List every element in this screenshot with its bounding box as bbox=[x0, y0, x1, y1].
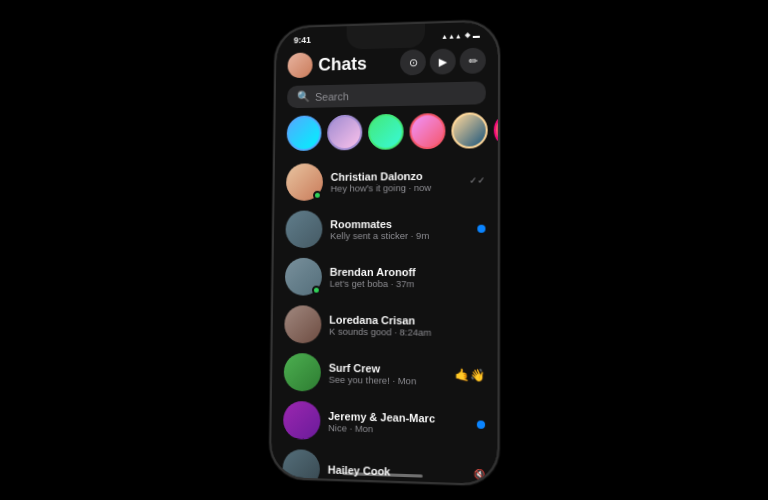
notch bbox=[346, 24, 425, 50]
battery-icon: ▬ bbox=[473, 31, 480, 38]
emoji-reaction: 🤙👋 bbox=[455, 368, 486, 383]
header-icons: ⊙ ▶ ✏ bbox=[400, 48, 486, 76]
online-indicator bbox=[313, 191, 322, 200]
chat-avatar-1 bbox=[286, 163, 323, 201]
search-bar[interactable]: 🔍 Search bbox=[287, 81, 486, 108]
compose-icon: ✏ bbox=[468, 54, 477, 67]
chat-item-2[interactable]: Roommates Kelly sent a sticker · 9m bbox=[274, 204, 498, 253]
chat-info-2: Roommates Kelly sent a sticker · 9m bbox=[330, 217, 469, 240]
chat-preview-4: K sounds good · 8:24am bbox=[329, 325, 477, 338]
status-time: 9:41 bbox=[294, 35, 311, 45]
story-item[interactable] bbox=[368, 114, 404, 150]
chat-item-7[interactable]: Hailey Cook 🔇 bbox=[271, 444, 498, 484]
app-header: Chats ⊙ ▶ ✏ bbox=[276, 43, 498, 84]
signal-icon: ▲▲▲ bbox=[441, 32, 462, 40]
chat-avatar-6 bbox=[283, 401, 321, 440]
chat-avatar-4 bbox=[284, 305, 321, 343]
phone-shell: 9:41 ▲▲▲ ◈ ▬ Chats ⊙ ▶ bbox=[269, 19, 500, 486]
chat-item-5[interactable]: Surf Crew See you there! · Mon 🤙👋 bbox=[272, 348, 498, 400]
story-item[interactable] bbox=[287, 115, 322, 151]
chat-avatar-7 bbox=[282, 449, 320, 484]
scene: 9:41 ▲▲▲ ◈ ▬ Chats ⊙ ▶ bbox=[0, 0, 768, 500]
chat-item-3[interactable]: Brendan Aronoff Let's get boba · 37m bbox=[273, 253, 498, 302]
chat-meta-2 bbox=[477, 225, 485, 233]
chat-info-5: Surf Crew See you there! · Mon bbox=[329, 361, 447, 386]
unread-indicator bbox=[477, 420, 485, 428]
chat-info-6: Jeremy & Jean-Marc Nice · Mon bbox=[328, 409, 469, 436]
stories-row bbox=[275, 110, 498, 159]
online-indicator bbox=[312, 286, 321, 295]
chat-meta-1: ✓✓ bbox=[469, 175, 485, 185]
chat-meta-6 bbox=[477, 420, 485, 428]
search-placeholder: Search bbox=[315, 90, 349, 102]
video-icon: ▶ bbox=[439, 55, 447, 68]
chat-name-4: Loredana Crisan bbox=[329, 313, 477, 327]
search-icon: 🔍 bbox=[297, 90, 311, 103]
chat-avatar-3 bbox=[285, 258, 322, 296]
video-button[interactable]: ▶ bbox=[430, 48, 456, 74]
chat-info-1: Christian Dalonzo Hey how's it going · n… bbox=[331, 169, 462, 193]
camera-icon: ⊙ bbox=[408, 56, 417, 69]
app-title: Chats bbox=[318, 53, 394, 75]
chat-name-2: Roommates bbox=[330, 217, 469, 229]
chat-avatar-5 bbox=[284, 353, 321, 392]
screen: 9:41 ▲▲▲ ◈ ▬ Chats ⊙ ▶ bbox=[271, 21, 498, 484]
wifi-icon: ◈ bbox=[465, 31, 470, 39]
chat-preview-2: Kelly sent a sticker · 9m bbox=[330, 229, 469, 240]
chat-avatar-2 bbox=[285, 210, 322, 248]
chat-preview-3: Let's get boba · 37m bbox=[330, 277, 478, 289]
compose-button[interactable]: ✏ bbox=[460, 48, 486, 74]
chat-item-6[interactable]: Jeremy & Jean-Marc Nice · Mon bbox=[271, 396, 497, 450]
user-avatar[interactable] bbox=[288, 52, 313, 78]
mute-icon: 🔇 bbox=[474, 469, 485, 480]
chat-preview-6: Nice · Mon bbox=[328, 421, 469, 436]
chat-preview-5: See you there! · Mon bbox=[329, 373, 447, 386]
chat-preview-1: Hey how's it going · now bbox=[331, 181, 462, 193]
chat-info-4: Loredana Crisan K sounds good · 8:24am bbox=[329, 313, 477, 338]
read-check-icon: ✓✓ bbox=[469, 175, 485, 185]
chat-item-1[interactable]: Christian Dalonzo Hey how's it going · n… bbox=[274, 156, 497, 206]
chat-list: Christian Dalonzo Hey how's it going · n… bbox=[271, 156, 498, 484]
chat-item-4[interactable]: Loredana Crisan K sounds good · 8:24am bbox=[273, 300, 498, 351]
unread-indicator bbox=[477, 225, 485, 233]
status-icons: ▲▲▲ ◈ ▬ bbox=[441, 31, 480, 40]
chat-meta-5: 🤙👋 bbox=[455, 368, 486, 383]
story-item[interactable] bbox=[494, 111, 498, 148]
camera-button[interactable]: ⊙ bbox=[400, 49, 426, 75]
chat-meta-7: 🔇 bbox=[474, 469, 485, 480]
chat-name-3: Brendan Aronoff bbox=[330, 265, 478, 277]
story-item[interactable] bbox=[327, 115, 362, 151]
story-item[interactable] bbox=[409, 113, 445, 149]
story-item[interactable] bbox=[451, 112, 487, 149]
chat-info-3: Brendan Aronoff Let's get boba · 37m bbox=[330, 265, 478, 289]
